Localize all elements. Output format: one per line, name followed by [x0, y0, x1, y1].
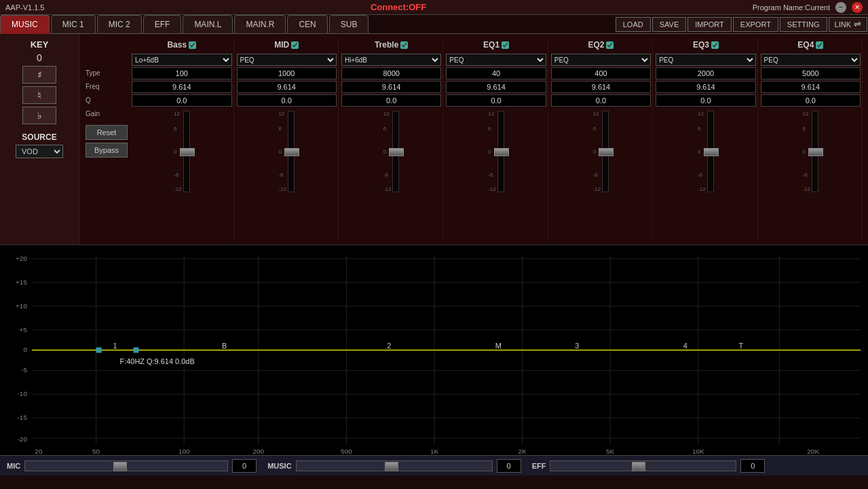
tab-eff[interactable]: EFF: [143, 15, 182, 34]
band-enable-4[interactable]: [606, 41, 614, 49]
band-freq-1[interactable]: [237, 67, 337, 79]
source-select[interactable]: VOD: [16, 145, 63, 158]
band-thumb-0[interactable]: [180, 148, 195, 156]
band-track-6: [812, 111, 818, 192]
setting-button[interactable]: SETTING: [780, 17, 827, 32]
band-type-3[interactable]: PEQ: [446, 54, 546, 66]
band-gain-1[interactable]: [237, 94, 337, 107]
band-slider-area-4: 1260-6-12: [593, 111, 609, 192]
band-name-0: Bass: [167, 40, 187, 50]
band-q-6[interactable]: [761, 81, 861, 93]
svg-text:F:40HZ  Q:9.614  0.0dB: F:40HZ Q:9.614 0.0dB: [119, 357, 194, 365]
band-thumb-5[interactable]: [704, 148, 719, 156]
mic-section: MIC 0: [7, 459, 257, 473]
mic-slider[interactable]: [24, 460, 228, 471]
band-slider-area-1: 1260-6-12: [278, 111, 295, 192]
app-name: AAP-V1.1.5: [5, 3, 44, 12]
band-q-0[interactable]: [132, 81, 231, 93]
band-name-5: EQ3: [693, 40, 709, 50]
band-q-1[interactable]: [237, 81, 337, 93]
import-button[interactable]: IMPORT: [687, 17, 732, 32]
band-freq-0[interactable]: [132, 67, 231, 79]
band-gain-6[interactable]: [761, 94, 861, 107]
svg-text:M: M: [495, 342, 502, 350]
band-track-4: [602, 111, 609, 192]
tab-cen[interactable]: CEN: [287, 15, 327, 34]
band-freq-6[interactable]: [761, 67, 861, 79]
band-thumb-1[interactable]: [284, 148, 299, 156]
bands-container: Bass Lo+6dBLo-6dBPEQ1260-6-12 MID PEQHi+…: [130, 38, 863, 240]
bypass-button[interactable]: Bypass: [86, 143, 128, 158]
band-type-2[interactable]: Hi+6dBPEQHi-6dB: [341, 54, 441, 66]
band-q-2[interactable]: [341, 81, 441, 93]
load-button[interactable]: LOAD: [616, 17, 651, 32]
export-button[interactable]: EXPORT: [733, 17, 778, 32]
band-type-5[interactable]: PEQ: [656, 54, 755, 66]
tab-mic1[interactable]: MIC 1: [51, 15, 96, 34]
band-q-3[interactable]: [446, 81, 546, 93]
sharp-button[interactable]: ♯: [22, 66, 56, 84]
band-track-0: [183, 111, 190, 192]
tab-mic2[interactable]: MIC 2: [97, 15, 142, 34]
eff-value: 0: [740, 459, 765, 473]
band-gain-3[interactable]: [446, 94, 546, 107]
tab-sub[interactable]: SUB: [329, 15, 369, 34]
freq-display: +20 +15 +10 +5 0 -5 -10 -15 -20 20 50 10…: [0, 244, 868, 455]
band-enable-6[interactable]: [816, 41, 823, 49]
music-value: 0: [497, 459, 521, 473]
band-name-3: EQ1: [483, 40, 499, 50]
band-track-1: [288, 111, 295, 192]
tab-mainl[interactable]: MAIN.L: [183, 15, 233, 34]
band-enable-1[interactable]: [291, 41, 299, 49]
natural-button[interactable]: ♮: [22, 86, 56, 104]
eq-main: Type Freq Q Gain Reset Bypass Bass Lo+6d…: [80, 34, 868, 244]
band-thumb-3[interactable]: [494, 148, 509, 156]
band-enable-0[interactable]: [189, 41, 196, 49]
band-gain-4[interactable]: [551, 94, 651, 107]
key-label: KEY: [31, 39, 49, 50]
svg-text:-20: -20: [18, 435, 28, 443]
band-type-0[interactable]: Lo+6dBLo-6dBPEQ: [132, 54, 231, 66]
band-enable-5[interactable]: [711, 41, 719, 49]
reset-button[interactable]: Reset: [86, 125, 128, 140]
band-q-5[interactable]: [656, 81, 755, 93]
band-freq-5[interactable]: [656, 67, 755, 79]
link-button[interactable]: LINK ⇌: [829, 17, 867, 32]
band-gain-0[interactable]: [132, 94, 231, 107]
band-slider-area-2: 1260-6-12: [383, 111, 400, 192]
eq-band-bass: Bass Lo+6dBLo-6dBPEQ1260-6-12: [130, 38, 233, 240]
svg-text:+20: +20: [16, 255, 27, 262]
band-gain-2[interactable]: [341, 94, 441, 107]
band-type-1[interactable]: PEQHi+6dBHi-6dB: [237, 54, 337, 66]
band-type-4[interactable]: PEQ: [551, 54, 651, 66]
band-freq-2[interactable]: [341, 67, 441, 79]
band-thumb-4[interactable]: [599, 148, 614, 156]
eq-band-eq2: EQ2 PEQ1260-6-12: [550, 38, 653, 240]
svg-text:+5: +5: [20, 326, 28, 333]
eff-slider[interactable]: [550, 460, 736, 471]
eq-band-mid: MID PEQHi+6dBHi-6dB1260-6-12: [235, 38, 339, 240]
minimize-button[interactable]: −: [835, 2, 846, 13]
band-enable-2[interactable]: [400, 41, 408, 49]
flat-button[interactable]: ♭: [22, 107, 56, 124]
band-thumb-6[interactable]: [808, 148, 823, 156]
band-q-4[interactable]: [551, 81, 651, 93]
svg-text:10K: 10K: [692, 448, 704, 455]
band-thumb-2[interactable]: [389, 148, 404, 156]
tab-music[interactable]: MUSIC: [0, 15, 50, 34]
close-button[interactable]: ✕: [852, 2, 863, 13]
program-name: Program Name:Current: [753, 3, 830, 12]
tab-mainr[interactable]: MAIN.R: [234, 15, 286, 34]
title-bar: AAP-V1.1.5 Connect:OFF Program Name:Curr…: [0, 0, 868, 15]
svg-text:1: 1: [113, 342, 117, 350]
save-button[interactable]: SAVE: [652, 17, 687, 32]
band-track-5: [707, 111, 714, 192]
band-type-6[interactable]: PEQ: [761, 54, 861, 66]
svg-text:1K: 1K: [430, 448, 439, 455]
band-enable-3[interactable]: [502, 41, 509, 49]
band-track-2: [392, 111, 399, 192]
band-freq-3[interactable]: [446, 67, 546, 79]
band-gain-5[interactable]: [656, 94, 755, 107]
band-freq-4[interactable]: [551, 67, 651, 79]
music-slider[interactable]: [296, 460, 493, 471]
